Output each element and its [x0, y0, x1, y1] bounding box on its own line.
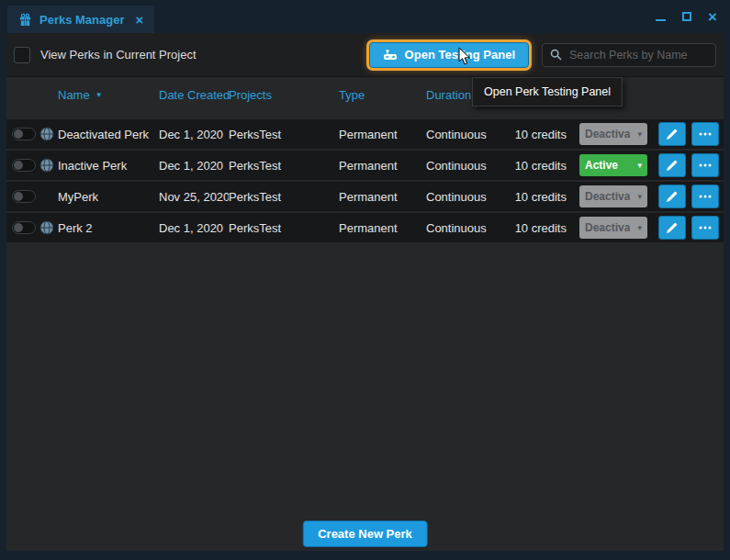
perk-name: MyPerk [58, 190, 159, 204]
perk-cost: 10 credits [513, 190, 567, 204]
chevron-down-icon: ▾ [637, 223, 642, 232]
ellipsis-icon [699, 132, 712, 136]
perk-type: Permanent [339, 159, 426, 173]
ellipsis-icon [699, 163, 712, 167]
open-testing-panel-label: Open Testing Panel [405, 48, 515, 62]
status-dropdown[interactable]: Deactiva ▾ [579, 217, 647, 239]
perk-project: PerksTest [229, 159, 339, 173]
window-controls: × [643, 0, 730, 33]
perk-project: PerksTest [229, 221, 339, 235]
perk-enabled-toggle[interactable] [12, 128, 36, 140]
content-area: View Perks in Current Project Open Testi… [6, 33, 724, 551]
table-row[interactable]: Inactive Perk Dec 1, 2020 PerksTest Perm… [6, 151, 724, 180]
perk-enabled-toggle[interactable] [12, 159, 36, 172]
tab-title: Perks Manager [39, 13, 125, 27]
pencil-icon [667, 129, 678, 140]
search-input[interactable] [567, 48, 708, 62]
status-dropdown[interactable]: Deactiva ▾ [579, 123, 647, 145]
perk-cost: 10 credits [513, 128, 567, 141]
perk-name: Perk 2 [58, 221, 159, 235]
sort-desc-icon: ▼ [95, 91, 103, 99]
perk-enabled-toggle[interactable] [12, 221, 36, 234]
perks-manager-window: Perks Manager × × View Perks in Current … [0, 0, 730, 560]
ellipsis-icon [699, 195, 712, 198]
perk-type: Permanent [339, 221, 426, 235]
column-header-date-created[interactable]: Date Created [159, 88, 229, 102]
status-dropdown[interactable]: Active ▾ [579, 154, 647, 176]
status-label: Active [585, 159, 618, 172]
chevron-down-icon: ▾ [637, 192, 642, 201]
perk-name: Deactivated Perk [58, 128, 159, 141]
status-label: Deactiva [585, 190, 630, 203]
column-header-name-label: Name [58, 88, 90, 102]
perk-world-icon [39, 158, 54, 173]
perk-date-created: Dec 1, 2020 [159, 221, 229, 235]
open-testing-panel-button[interactable]: Open Testing Panel [369, 42, 529, 68]
minimize-icon[interactable] [656, 13, 666, 21]
toolbar: View Perks in Current Project Open Testi… [6, 33, 724, 77]
close-icon[interactable]: × [708, 9, 717, 25]
perk-world-icon [39, 127, 54, 141]
view-perks-checkbox[interactable] [14, 47, 30, 63]
perk-name: Inactive Perk [58, 159, 159, 173]
status-label: Deactiva [585, 221, 630, 234]
perk-type: Permanent [339, 128, 426, 141]
table-row[interactable]: MyPerk Nov 25, 2020 PerksTest Permanent … [6, 182, 724, 211]
perk-enabled-toggle[interactable] [12, 190, 36, 203]
more-options-button[interactable] [691, 216, 719, 240]
column-header-projects[interactable]: Projects [229, 88, 339, 102]
status-dropdown[interactable]: Deactiva ▾ [579, 185, 647, 207]
table-row[interactable]: Perk 2 Dec 1, 2020 PerksTest Permanent C… [6, 213, 724, 242]
search-icon [550, 49, 562, 61]
maximize-icon[interactable] [682, 12, 691, 21]
perk-duration: Continuous [426, 221, 513, 235]
pencil-icon [667, 222, 678, 233]
pencil-icon [667, 191, 678, 202]
perk-date-created: Dec 1, 2020 [159, 128, 229, 141]
perk-cost: 10 credits [513, 159, 567, 173]
pencil-icon [667, 160, 678, 171]
view-perks-label: View Perks in Current Project [40, 48, 197, 62]
more-options-button[interactable] [691, 185, 719, 208]
perk-duration: Continuous [426, 128, 513, 141]
titlebar: Perks Manager × × [0, 0, 730, 33]
perk-duration: Continuous [426, 159, 513, 173]
testing-panel-icon [383, 49, 398, 61]
edit-perk-button[interactable] [658, 185, 686, 208]
perk-world-icon [39, 220, 54, 235]
column-header-name[interactable]: Name ▼ [58, 88, 159, 102]
edit-perk-button[interactable] [658, 153, 686, 177]
perk-date-created: Dec 1, 2020 [159, 159, 229, 173]
ellipsis-icon [699, 226, 712, 230]
tab-close-icon[interactable]: × [136, 13, 144, 27]
edit-perk-button[interactable] [658, 122, 686, 146]
create-new-perk-button[interactable]: Create New Perk [302, 521, 428, 547]
gift-icon [18, 13, 32, 27]
perk-duration: Continuous [426, 190, 513, 204]
perk-type: Permanent [339, 190, 426, 204]
column-header-type[interactable]: Type [339, 88, 426, 102]
perk-project: PerksTest [229, 128, 339, 141]
edit-perk-button[interactable] [658, 216, 686, 240]
perk-project: PerksTest [229, 190, 339, 204]
chevron-down-icon: ▾ [637, 161, 642, 170]
perk-date-created: Nov 25, 2020 [159, 190, 229, 204]
table-row[interactable]: Deactivated Perk Dec 1, 2020 PerksTest P… [6, 119, 724, 149]
more-options-button[interactable] [691, 122, 719, 146]
perk-cost: 10 credits [513, 221, 567, 235]
tooltip: Open Perk Testing Panel [472, 77, 623, 106]
status-label: Deactiva [585, 128, 630, 140]
tab-perks-manager[interactable]: Perks Manager × [7, 6, 154, 33]
more-options-button[interactable] [691, 153, 719, 177]
chevron-down-icon: ▾ [637, 129, 642, 139]
search-box[interactable] [542, 43, 716, 67]
